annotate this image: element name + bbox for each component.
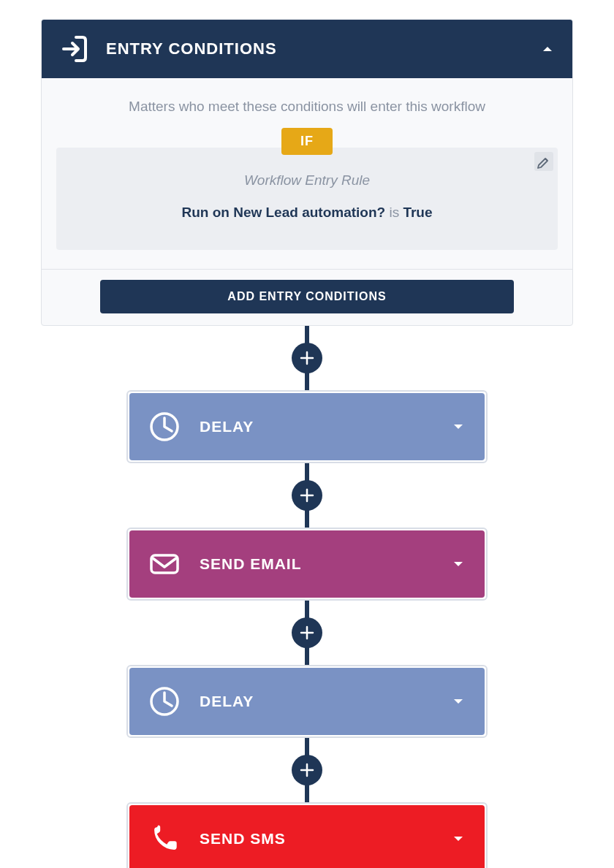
expand-icon (452, 695, 464, 708)
rule-value: True (403, 205, 432, 220)
step-delay: DELAY (126, 665, 488, 738)
expand-icon (452, 420, 464, 433)
add-step-button[interactable] (292, 480, 322, 511)
step-email-header[interactable]: SEND EMAIL (129, 530, 485, 598)
envelope-icon (148, 548, 181, 580)
collapse-icon (542, 42, 553, 56)
step-delay-header[interactable]: DELAY (129, 393, 485, 460)
clock-icon (148, 411, 181, 443)
add-step-button[interactable] (292, 343, 322, 373)
step-label: DELAY (200, 418, 254, 435)
step-label: SEND SMS (200, 830, 286, 848)
entry-conditions-header[interactable]: ENTRY CONDITIONS (42, 20, 572, 78)
plus-icon (300, 351, 314, 365)
entry-rule-name: Workflow Entry Rule (71, 172, 543, 189)
add-entry-conditions-button[interactable]: ADD ENTRY CONDITIONS (100, 280, 514, 313)
entry-conditions-footer: ADD ENTRY CONDITIONS (42, 269, 572, 325)
rule-field: Run on New Lead automation? (181, 205, 385, 220)
entry-rule-box: Workflow Entry Rule Run on New Lead auto… (56, 148, 558, 250)
if-badge: IF (281, 128, 333, 155)
phone-icon (148, 823, 181, 855)
plus-icon (300, 763, 314, 777)
step-delay-header[interactable]: DELAY (129, 668, 485, 735)
connector (305, 601, 309, 665)
add-step-button[interactable] (292, 617, 322, 648)
step-label: SEND EMAIL (200, 555, 302, 573)
connector (305, 326, 309, 390)
expand-icon (452, 557, 464, 571)
entry-conditions-description: Matters who meet these conditions will e… (56, 99, 558, 115)
entry-rule-expression: Run on New Lead automation? is True (71, 205, 543, 221)
plus-icon (300, 625, 314, 640)
connector (305, 738, 309, 802)
step-delay: DELAY (126, 390, 488, 463)
entry-conditions-body: Matters who meet these conditions will e… (42, 78, 572, 250)
step-sms-header[interactable]: SEND SMS (129, 805, 485, 868)
add-step-button[interactable] (292, 755, 322, 785)
step-email: SEND EMAIL (126, 528, 488, 601)
entry-conditions-title: ENTRY CONDITIONS (106, 39, 277, 58)
entry-conditions-card: ENTRY CONDITIONS Matters who meet these … (41, 19, 573, 326)
clock-icon (148, 685, 181, 717)
edit-rule-button[interactable] (534, 152, 553, 171)
plus-icon (300, 488, 314, 503)
pencil-icon (537, 154, 551, 169)
connector (305, 463, 309, 528)
expand-icon (452, 832, 464, 845)
rule-operator: is (389, 205, 399, 220)
step-sms: SEND SMS (126, 802, 488, 868)
workflow-flow: DELAYSEND EMAILDELAYSEND SMS (0, 326, 614, 868)
step-label: DELAY (200, 693, 254, 710)
entry-icon (61, 34, 90, 64)
